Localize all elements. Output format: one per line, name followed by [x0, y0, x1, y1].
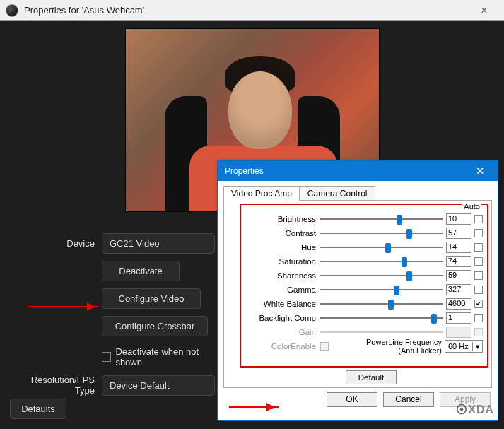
powerline-freq-label: PowerLine Frequency(Anti Flicker): [366, 338, 442, 355]
slider-value-input[interactable]: 74: [446, 256, 471, 267]
slider-brightness[interactable]: [320, 214, 443, 224]
slider-row-contrast: Contrast57: [244, 226, 483, 240]
device-label: Device: [10, 238, 102, 249]
auto-checkbox[interactable]: [474, 286, 483, 294]
slider-backlight-comp[interactable]: [320, 313, 443, 323]
configure-crossbar-button[interactable]: Configure Crossbar: [102, 316, 208, 336]
default-button[interactable]: Default: [346, 370, 397, 384]
close-icon[interactable]: ✕: [467, 165, 493, 177]
slider-label: White Balance: [244, 300, 317, 308]
slider-label: Contrast: [244, 229, 317, 237]
slider-value-input[interactable]: 1: [446, 312, 471, 324]
slider-row-gain: Gain: [244, 325, 483, 339]
tab-video-proc-amp[interactable]: Video Proc Amp: [223, 186, 300, 201]
powerline-freq-select[interactable]: 60 Hz ▾: [445, 340, 483, 353]
configure-video-button[interactable]: Configure Video: [102, 288, 201, 309]
auto-checkbox[interactable]: [474, 229, 483, 237]
slider-value-input[interactable]: 4600: [446, 298, 471, 310]
slider-row-brightness: Brightness10: [244, 212, 483, 226]
slider-white-balance[interactable]: [320, 299, 443, 309]
slider-label: Hue: [244, 243, 317, 252]
slider-hue[interactable]: [320, 242, 443, 252]
annotation-arrow: [28, 306, 99, 307]
auto-checkbox[interactable]: [474, 215, 483, 223]
powerline-freq-value: 60 Hz: [448, 342, 469, 351]
slider-value-input: [446, 327, 471, 338]
auto-checkbox[interactable]: [474, 271, 483, 280]
slider-contrast[interactable]: [320, 228, 443, 238]
slider-label: Backlight Comp: [244, 314, 317, 322]
slider-value-input[interactable]: 327: [446, 284, 471, 295]
slider-label: Saturation: [244, 257, 317, 266]
annotation-highlight-box: Auto Brightness10Contrast57Hue14Saturati…: [240, 204, 488, 368]
deactivate-when-label: Deactivate when not shown: [115, 346, 222, 368]
auto-checkbox[interactable]: [474, 314, 483, 322]
obs-titlebar: Properties for 'Asus Webcam' ×: [0, 0, 504, 21]
device-select[interactable]: GC21 Video: [102, 233, 215, 254]
slider-row-backlight-comp: Backlight Comp1: [244, 311, 483, 325]
slider-row-white-balance: White Balance4600✔: [244, 297, 483, 311]
win-tabpage: Auto Brightness10Contrast57Hue14Saturati…: [223, 200, 492, 388]
annotation-arrow: [229, 406, 279, 408]
win-titlebar: Properties ✕: [218, 161, 498, 181]
chevron-down-icon: ▾: [472, 342, 482, 351]
defaults-button[interactable]: Defaults: [10, 399, 66, 419]
auto-column-header: Auto: [462, 202, 481, 211]
slider-sharpness[interactable]: [320, 271, 443, 281]
slider-row-saturation: Saturation74: [244, 254, 483, 269]
auto-checkbox[interactable]: [474, 243, 483, 252]
ok-button[interactable]: OK: [327, 392, 377, 407]
slider-row-sharpness: Sharpness59: [244, 269, 483, 283]
slider-label: Brightness: [244, 215, 317, 223]
slider-gamma[interactable]: [320, 285, 443, 295]
slider-gain: [320, 327, 443, 337]
obs-icon: [6, 4, 18, 17]
obs-window-title: Properties for 'Asus Webcam': [24, 5, 470, 16]
win-tabbar: Video Proc Amp Camera Control: [218, 181, 498, 200]
win-title: Properties: [225, 166, 467, 176]
slider-row-hue: Hue14: [244, 240, 483, 254]
res-fps-select[interactable]: Device Default: [102, 375, 215, 396]
slider-value-input[interactable]: 59: [446, 270, 471, 281]
tab-camera-control[interactable]: Camera Control: [300, 186, 375, 201]
auto-checkbox: [474, 328, 483, 336]
colorenable-label: ColorEnable: [244, 342, 317, 351]
cancel-button[interactable]: Cancel: [383, 392, 434, 407]
slider-label: Gain: [244, 328, 317, 336]
auto-checkbox[interactable]: ✔: [474, 300, 483, 308]
slider-saturation[interactable]: [320, 257, 443, 266]
checkbox-icon: [102, 352, 111, 362]
slider-label: Sharpness: [244, 271, 317, 280]
win-properties-dialog: Properties ✕ Video Proc Amp Camera Contr…: [217, 160, 498, 421]
deactivate-button[interactable]: Deactivate: [102, 261, 180, 281]
obs-form: Device GC21 Video Deactivate Configure V…: [10, 233, 222, 403]
close-icon[interactable]: ×: [470, 4, 498, 17]
slider-value-input[interactable]: 10: [446, 213, 471, 225]
slider-value-input[interactable]: 57: [446, 228, 471, 239]
auto-checkbox[interactable]: [474, 257, 483, 266]
apply-button: Apply: [440, 392, 491, 407]
slider-label: Gamma: [244, 286, 317, 294]
deactivate-when-checkbox[interactable]: Deactivate when not shown: [102, 343, 222, 368]
slider-value-input[interactable]: 14: [446, 242, 471, 253]
colorenable-checkbox: [320, 342, 329, 351]
slider-row-gamma: Gamma327: [244, 283, 483, 297]
res-fps-label: Resolution/FPS Type: [10, 375, 102, 396]
